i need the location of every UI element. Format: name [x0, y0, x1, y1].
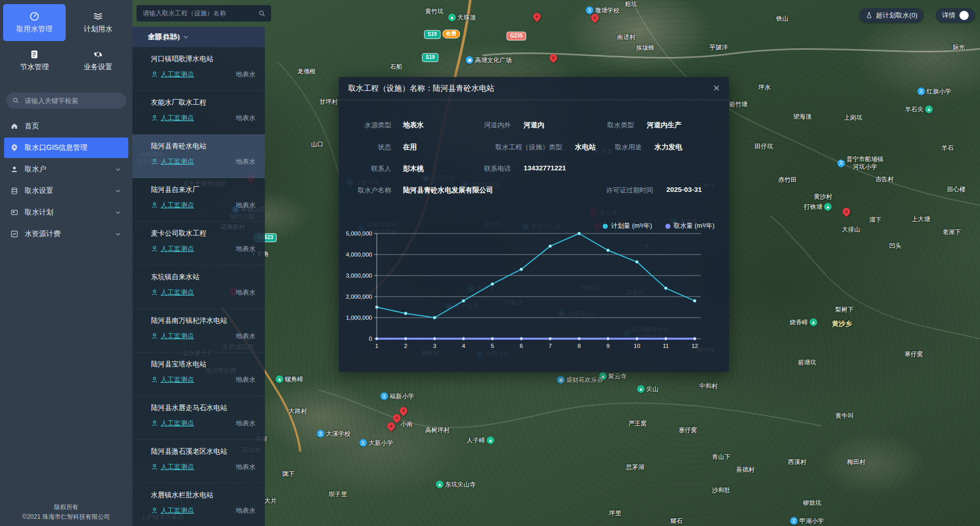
map-label: 文红旗小学 — [917, 88, 951, 95]
station-meta: 人工监测点地表水 — [151, 113, 256, 123]
sidebar-item-首页[interactable]: 首页 — [4, 116, 128, 137]
monitor-type-link[interactable]: 人工监测点 — [161, 244, 194, 254]
map-label: 文普宁市船埔镇 河坑小学 — [837, 155, 883, 171]
station-list-item[interactable]: 东坑镇自来水站人工监测点地表水 — [132, 265, 265, 309]
map-marker-pin[interactable] — [386, 421, 396, 432]
app-tile-业务设置[interactable]: 业务设置 — [67, 42, 129, 79]
water-source-type: 地表水 — [236, 70, 256, 79]
sidebar-item-水资源计费[interactable]: 水资源计费 — [4, 224, 128, 244]
map-marker-pin[interactable] — [531, 11, 542, 22]
station-list-item[interactable]: 陆河县南万镇杞洋水电站人工监测点地表水 — [132, 309, 265, 353]
map-marker-pin[interactable] — [548, 52, 559, 63]
station-list-item[interactable]: 陆河县水唇走马石水电站人工监测点地表水 — [132, 396, 265, 440]
map-label-text: 挨垅蜂 — [636, 44, 655, 52]
station-name: 陆河县南万镇杞洋水电站 — [151, 316, 256, 325]
close-icon[interactable]: × — [713, 83, 720, 94]
monitor-type-link[interactable]: 人工监测点 — [161, 113, 194, 123]
station-list-item[interactable]: 陆河县自来水厂人工监测点地表水 — [132, 178, 265, 222]
waves-icon — [93, 11, 103, 22]
over-plan-button[interactable]: 超计划取水(0) — [859, 8, 924, 23]
svg-text:7: 7 — [549, 343, 552, 349]
gauge-icon — [29, 11, 40, 22]
map-label: ▲螺角嶂 — [276, 376, 303, 383]
map-label: 箭塘坑 — [798, 359, 816, 366]
map-label-text: 坪里 — [609, 510, 621, 517]
filter-dropdown[interactable]: 全部 (125) — [148, 32, 189, 42]
station-name: 陆河县自来水厂 — [151, 185, 256, 194]
legend-item-planned[interactable]: 计划量 (m³/年) — [603, 222, 652, 230]
home-icon — [10, 122, 18, 130]
app-tile-取用水管理[interactable]: 取用水管理 — [3, 4, 66, 41]
detail-toggle[interactable]: 详情 — [936, 8, 975, 23]
intake-line-chart: 01,000,0002,000,0003,000,0004,000,0005,0… — [339, 216, 729, 364]
svg-text:8: 8 — [578, 343, 581, 349]
sidebar-search-input[interactable] — [24, 96, 120, 105]
sidebar-item-取水户[interactable]: 取水户 — [4, 159, 128, 180]
toggle-knob-icon[interactable] — [959, 11, 969, 20]
sidebar-search[interactable] — [6, 92, 126, 109]
monitor-type-link[interactable]: 人工监测点 — [161, 201, 194, 210]
map-marker-pin[interactable] — [398, 405, 409, 416]
field-row: 水源类型 地表水 河道内外 河道内 取水类型 河道内生产 — [339, 121, 729, 131]
road-badge: 收费 — [443, 30, 460, 38]
monitor-type-link[interactable]: 人工监测点 — [161, 157, 194, 166]
field-row: 联系人 彭木桃 联系电话 13432771221 — [339, 164, 729, 174]
station-list-item[interactable]: 麦卡公司取水工程人工监测点地表水 — [132, 222, 265, 265]
map-label-text: 中和村 — [699, 382, 718, 390]
app-tile-label: 计划用水 — [84, 25, 112, 34]
map-label: ▣盛财苑欢乐谷 — [557, 376, 603, 384]
station-list-item[interactable]: 友能水厂取水工程人工监测点地表水 — [132, 91, 265, 134]
search-icon[interactable] — [258, 10, 266, 17]
app-tile-计划用水[interactable]: 计划用水 — [67, 4, 129, 41]
station-list-item[interactable]: 陆河县青砼水电站人工监测点地表水 — [132, 134, 265, 178]
field-value: 13432771221 — [524, 164, 566, 172]
water-source-type: 地表水 — [236, 113, 256, 123]
map-label-text: 黄牛叫 — [835, 412, 854, 420]
copyright-line1: 版权所有 — [0, 502, 132, 512]
person-icon — [151, 245, 158, 252]
chevron-down-icon — [115, 209, 121, 216]
top-actions: 超计划取水(0) 详情 — [859, 8, 975, 23]
sidebar-item-取水口GIS信息管理[interactable]: 取水口GIS信息管理 — [4, 138, 128, 158]
station-search[interactable] — [137, 5, 271, 22]
station-list-item[interactable]: 陆河县宝塔水电站人工监测点地表水 — [132, 353, 265, 396]
station-list-item[interactable]: 水唇镇水栏肚水电站人工监测点地表水 — [132, 483, 265, 526]
station-list-item[interactable]: 河口镇唱歌潭水电站人工监测点地表水 — [132, 47, 265, 91]
map-label: 善德村 — [736, 466, 755, 474]
svg-text:2: 2 — [404, 343, 407, 349]
field-label: 取水户名称 — [358, 186, 391, 195]
sidebar-item-取水设置[interactable]: 取水设置 — [4, 181, 128, 201]
database-icon — [10, 187, 18, 195]
map-label: 打铁塘▲ — [804, 203, 832, 211]
station-name: 陆河县宝塔水电站 — [151, 360, 256, 369]
legend-item-actual[interactable]: 取水量 (m³/年) — [665, 222, 715, 230]
monitor-type-link[interactable]: 人工监测点 — [161, 462, 194, 472]
field-label: 状态 — [378, 143, 391, 152]
map-label-text: 际光 — [953, 44, 965, 51]
monitor-type-link[interactable]: 人工监测点 — [161, 375, 194, 384]
monitor-type-link[interactable]: 人工监测点 — [161, 288, 194, 297]
map-label-text: 锣鼓坑 — [803, 499, 821, 507]
map-label-text: 田心楼 — [947, 186, 966, 193]
map-marker-pin[interactable] — [841, 206, 852, 217]
monitor-type-link[interactable]: 人工监测点 — [161, 332, 194, 341]
map-label: 烧香嶂▲ — [790, 319, 817, 326]
sidebar-item-取水计划[interactable]: 取水计划 — [4, 202, 128, 223]
map-label: 小南 — [400, 420, 413, 428]
monitor-type-link[interactable]: 人工监测点 — [161, 419, 194, 428]
map-label: 老屋下 — [943, 228, 961, 236]
water-source-type: 地表水 — [236, 157, 256, 166]
sidebar-item-label: 取水设置 — [25, 186, 53, 196]
monitor-type-link[interactable]: 人工监测点 — [161, 70, 194, 79]
water-source-type: 地表水 — [236, 332, 256, 341]
app-root: 黄竹坑▲天珠顶文墩塘学校粗坑南进村挨垅蜂芋陂洋际光铁山石船龙颈根▣高塘文化广场甘… — [0, 0, 980, 526]
station-list-item[interactable]: 陆河县激石溪老区水电站人工监测点地表水 — [132, 440, 265, 483]
station-meta: 人工监测点地表水 — [151, 375, 256, 384]
monitor-type-link[interactable]: 人工监测点 — [161, 506, 194, 515]
field-value: 陆河县青砼水电发展有限公司 — [403, 186, 493, 195]
map-label: 赤竹田 — [778, 176, 797, 184]
field-row: 取水户名称 陆河县青砼水电发展有限公司 许可证过期时间 2025-03-31 — [339, 186, 729, 196]
station-search-input[interactable] — [142, 9, 255, 17]
field-value: 河道内 — [524, 121, 545, 130]
app-tile-节水管理[interactable]: 节水管理 — [3, 42, 66, 79]
